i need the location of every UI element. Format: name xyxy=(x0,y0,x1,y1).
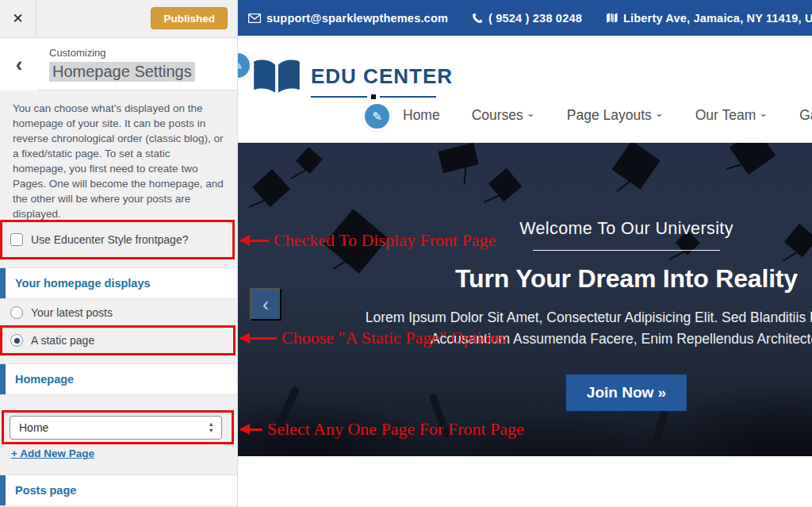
hero-divider xyxy=(533,250,720,251)
grad-cap-silhouette xyxy=(438,143,478,173)
add-new-page-link[interactable]: + Add New Page xyxy=(11,447,94,459)
frontpage-style-checkbox[interactable] xyxy=(10,233,23,246)
logo-book-icon xyxy=(252,58,301,99)
hero-description-line1: Lorem Ipsum Dolor Sit Amet, Consectetur … xyxy=(366,309,812,326)
chevron-left-icon: ‹ xyxy=(262,294,269,316)
homepage-select[interactable]: Home ▲▼ xyxy=(10,416,222,440)
section-title-posts-page: Posts page xyxy=(0,474,237,506)
hero-slider: Welcome To Our University Turn Your Drea… xyxy=(238,143,812,456)
site-logo[interactable]: EDU CENTER xyxy=(311,64,453,89)
topbar-phone-text: ( 9524 ) 238 0248 xyxy=(488,12,582,25)
chevron-down-icon: ⌄ xyxy=(655,109,664,117)
panel-title: Homepage Settings xyxy=(49,62,195,82)
panel-description: You can choose what’s displayed on the h… xyxy=(0,90,237,232)
edit-menu-pencil-button[interactable]: ✎ xyxy=(365,104,389,129)
chevron-down-icon: ⌄ xyxy=(759,109,768,117)
nav-item-home[interactable]: Home xyxy=(403,107,440,124)
breadcrumb: Customizing xyxy=(49,47,106,59)
hero-subtitle: Welcome To Our University xyxy=(354,219,812,239)
edit-pencil-button[interactable]: ✎ xyxy=(238,53,250,78)
topbar-email-text: support@sparklewpthemes.com xyxy=(266,12,448,25)
topbar-address: Liberty Ave, Jamaica, NY 11419, USA xyxy=(606,12,812,25)
close-icon: ✕ xyxy=(12,10,23,27)
customizer-sidebar: ✕ Published ‹ Customizing Homepage Setti… xyxy=(0,0,238,507)
crowd-arm-silhouette xyxy=(270,386,301,438)
static-page-label: A static page xyxy=(31,334,94,347)
frontpage-style-label: Use Educenter Style frontpage? xyxy=(31,233,188,246)
nav-item-gallery[interactable]: Gallery xyxy=(799,107,812,124)
hero-description-line2: Accusantium Assumenda Facere, Enim Repel… xyxy=(431,331,812,348)
nav-item-page-layouts[interactable]: Page Layouts⌄ xyxy=(567,107,664,124)
static-page-radio[interactable] xyxy=(10,334,23,347)
nav-item-our-team[interactable]: Our Team⌄ xyxy=(695,107,768,124)
join-now-button[interactable]: Join Now » xyxy=(566,374,687,411)
main-nav: Home Courses⌄ Page Layouts⌄ Our Team⌄ Ga… xyxy=(403,107,812,124)
site-topbar: support@sparklewpthemes.com ( 9524 ) 238… xyxy=(238,0,812,36)
select-stepper-icon: ▲▼ xyxy=(209,421,214,433)
published-button[interactable]: Published xyxy=(151,7,228,29)
section-title-homepage: Homepage xyxy=(0,363,237,395)
customizer-section-header: ‹ Customizing Homepage Settings xyxy=(0,38,237,90)
section-title-homepage-displays: Your homepage displays xyxy=(0,267,237,299)
grad-cap-silhouette xyxy=(296,147,323,174)
latest-posts-option: Your latest posts xyxy=(0,301,237,325)
pencil-icon: ✎ xyxy=(372,109,382,124)
grad-cap-silhouette xyxy=(252,169,290,207)
grad-cap-silhouette xyxy=(611,143,660,190)
close-customizer-button[interactable]: ✕ xyxy=(0,0,36,37)
latest-posts-radio[interactable] xyxy=(10,306,23,319)
nav-item-courses[interactable]: Courses⌄ xyxy=(472,107,535,124)
site-preview-pane: support@sparklewpthemes.com ( 9524 ) 238… xyxy=(238,0,812,507)
topbar-address-text: Liberty Ave, Jamaica, NY 11419, USA xyxy=(623,12,812,25)
back-button[interactable]: ‹ xyxy=(0,38,38,90)
screenshot-root: support@sparklewpthemes.com ( 9524 ) 238… xyxy=(0,0,812,507)
homepage-select-control: Home ▲▼ xyxy=(2,410,234,444)
latest-posts-label: Your latest posts xyxy=(31,306,113,319)
pencil-icon: ✎ xyxy=(238,59,243,73)
homepage-select-value: Home xyxy=(19,421,209,434)
customizer-topbar: ✕ Published xyxy=(0,0,237,38)
topbar-phone-link[interactable]: ( 9524 ) 238 0248 xyxy=(472,12,582,25)
email-icon xyxy=(248,13,261,23)
grad-cap-silhouette xyxy=(488,168,522,202)
phone-icon xyxy=(472,13,483,24)
frontpage-style-control: Use Educenter Style frontpage? xyxy=(0,220,235,259)
chevron-down-icon: ⌄ xyxy=(527,109,535,117)
hero-title: Turn Your Dream Into Reality xyxy=(354,264,812,294)
topbar-email-link[interactable]: support@sparklewpthemes.com xyxy=(248,12,448,25)
crowd-arm-silhouette xyxy=(428,393,450,439)
slider-prev-button[interactable]: ‹ xyxy=(250,288,282,321)
static-page-option: A static page xyxy=(0,325,236,355)
chevron-left-icon: ‹ xyxy=(16,52,23,77)
grad-cap-silhouette xyxy=(730,143,776,175)
logo-divider xyxy=(311,94,436,99)
map-icon xyxy=(606,13,618,23)
site-header: ✎ EDU CENTER ✎ Home Courses⌄ Page Layout… xyxy=(238,36,812,143)
